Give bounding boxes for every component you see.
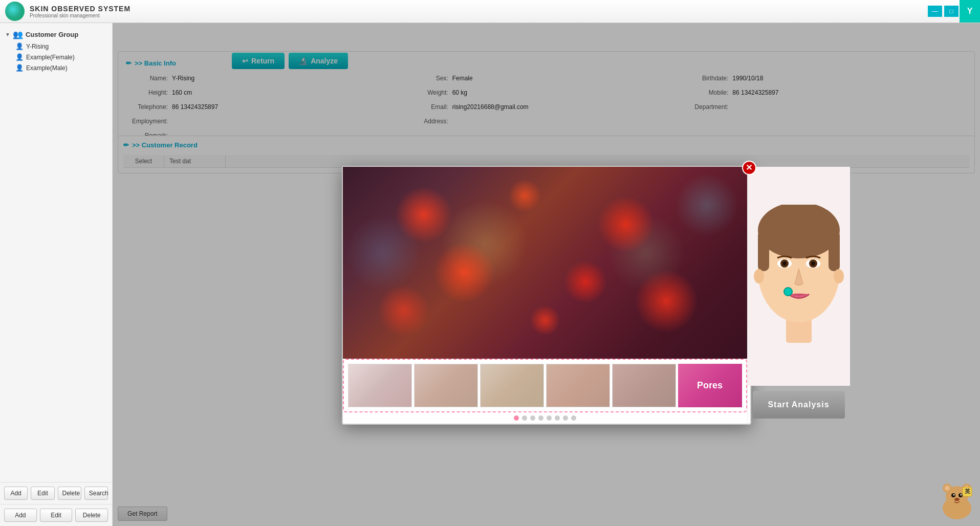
child-label-female: Example(Female) <box>26 54 75 61</box>
pores-thumbnail[interactable]: Pores <box>678 364 742 407</box>
svg-point-9 <box>782 261 787 266</box>
svg-rect-4 <box>829 230 840 271</box>
thumbnail-3[interactable] <box>480 364 544 407</box>
delete-button-1[interactable]: Delete <box>58 487 81 500</box>
dot-3[interactable] <box>530 415 535 421</box>
svg-point-11 <box>754 269 764 283</box>
mascot-icon: 英 <box>939 480 975 521</box>
dot-7[interactable] <box>563 415 568 421</box>
app-title: SKIN OBSERVED SYSTEM <box>30 5 130 13</box>
dot-4[interactable] <box>538 415 543 421</box>
person-icon-1: 👤 <box>15 42 24 50</box>
child-label-male: Example(Male) <box>26 64 68 72</box>
svg-point-16 <box>945 486 950 491</box>
mascot-container: 英 <box>939 480 975 521</box>
svg-text:英: 英 <box>964 488 971 494</box>
svg-rect-3 <box>758 230 769 271</box>
sidebar-bottom-row1: Add Edit Delete Search <box>0 482 112 504</box>
thumbnail-5[interactable] <box>612 364 676 407</box>
svg-point-2 <box>758 205 840 258</box>
thumbnail-1[interactable] <box>348 364 412 407</box>
tree-child-example-female[interactable]: 👤 Example(Female) <box>15 52 107 62</box>
child-label-yrising: Y-Rising <box>26 43 49 50</box>
search-button[interactable]: Search <box>84 487 108 500</box>
title-bar: SKIN OBSERVED SYSTEM Professional skin m… <box>0 0 980 23</box>
page-dots-indicator <box>343 412 747 424</box>
svg-point-12 <box>834 269 844 283</box>
minimize-button[interactable]: — <box>928 6 942 17</box>
sidebar: ▼ 👥 Customer Group 👤 Y-Rising 👤 Example(… <box>0 23 113 526</box>
tree-toggle-icon: ▼ <box>5 32 10 37</box>
dot-1[interactable] <box>514 415 519 421</box>
edit-button-2[interactable]: Edit <box>40 509 73 522</box>
start-analysis-button[interactable]: Start Analysis <box>753 391 845 419</box>
tree-root-customer-group[interactable]: ▼ 👥 Customer Group <box>5 28 107 41</box>
svg-point-22 <box>961 494 962 496</box>
sidebar-bottom-row2: Add Edit Delete <box>0 504 112 526</box>
group-icon: 👥 <box>13 30 23 39</box>
pores-label: Pores <box>697 380 723 391</box>
face-position-dot <box>783 287 793 296</box>
app-title-group: SKIN OBSERVED SYSTEM Professional skin m… <box>30 5 130 18</box>
add-button-1[interactable]: Add <box>4 487 28 500</box>
add-button-2[interactable]: Add <box>4 509 37 522</box>
face-diagram-container <box>748 167 850 386</box>
analysis-modal: ✕ Pores <box>342 166 751 425</box>
dot-8[interactable] <box>571 415 576 421</box>
restore-button[interactable]: □ <box>944 6 959 17</box>
skin-microscope-image <box>343 167 747 359</box>
y-indicator: Y <box>960 0 980 23</box>
dot-5[interactable] <box>547 415 552 421</box>
app-logo <box>5 2 25 21</box>
dot-2[interactable] <box>522 415 527 421</box>
modal-overlay: ✕ Pores <box>113 23 980 526</box>
tree-child-yrising[interactable]: 👤 Y-Rising <box>15 41 107 52</box>
main-content: ↩ Return 🔬 Analyze ✏ >> Basic Info Name:… <box>113 23 980 526</box>
group-label: Customer Group <box>26 31 78 38</box>
face-svg <box>748 205 850 348</box>
modal-body: Pores <box>343 167 750 424</box>
tree-children: 👤 Y-Rising 👤 Example(Female) 👤 Example(M… <box>15 41 107 73</box>
thumbnail-4[interactable] <box>546 364 610 407</box>
tree-child-example-male[interactable]: 👤 Example(Male) <box>15 62 107 73</box>
svg-point-23 <box>954 498 960 501</box>
modal-left-panel: Pores <box>343 167 747 424</box>
modal-close-button[interactable]: ✕ <box>742 161 756 175</box>
person-icon-2: 👤 <box>15 53 24 61</box>
person-icon-3: 👤 <box>15 64 24 72</box>
app-subtitle: Professional skin management <box>30 13 130 18</box>
delete-button-2[interactable]: Delete <box>75 509 108 522</box>
svg-point-21 <box>953 494 955 496</box>
edit-button-1[interactable]: Edit <box>31 487 54 500</box>
customer-tree: ▼ 👥 Customer Group 👤 Y-Rising 👤 Example(… <box>0 23 112 482</box>
thumbnails-strip: Pores <box>343 359 747 412</box>
dot-6[interactable] <box>555 415 560 421</box>
svg-point-10 <box>811 261 815 266</box>
thumbnail-2[interactable] <box>414 364 478 407</box>
modal-right-panel: Start Analysis <box>747 167 850 424</box>
